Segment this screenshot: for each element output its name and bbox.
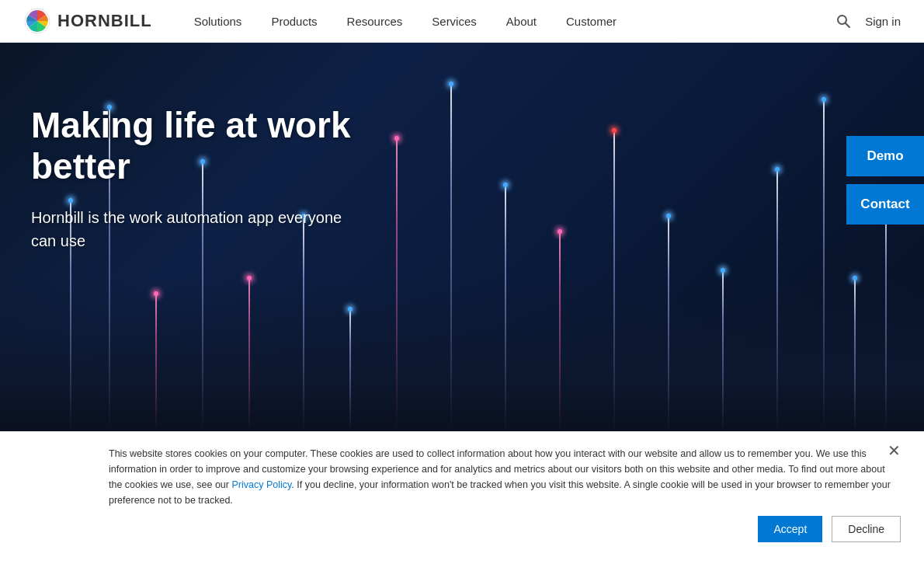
light-line — [613, 128, 615, 431]
cookie-close-button[interactable]: ✕ — [888, 443, 901, 458]
light-dot — [154, 291, 158, 296]
signin-button[interactable]: Sign in — [865, 15, 901, 28]
search-icon[interactable] — [835, 13, 851, 29]
light-dot — [721, 268, 725, 273]
light-line — [823, 97, 825, 431]
light-dot — [853, 276, 857, 280]
demo-button[interactable]: Demo — [846, 136, 924, 176]
hero-subtitle: Hornbill is the work automation app ever… — [31, 206, 357, 252]
nav-item-resources[interactable]: Resources — [336, 9, 414, 34]
cookie-banner: ✕ This website stores cookies on your co… — [0, 431, 924, 585]
city-background — [0, 276, 924, 431]
light-dot — [612, 128, 617, 133]
nav-right: Sign in — [835, 13, 901, 29]
nav-item-services[interactable]: Services — [421, 9, 488, 34]
light-dot — [775, 167, 780, 172]
contact-button[interactable]: Contact — [846, 184, 924, 225]
nav-item-products[interactable]: Products — [260, 9, 328, 34]
logo[interactable]: HORNBILL — [23, 7, 152, 35]
hero-section: Making life at work better Hornbill is t… — [0, 43, 924, 431]
logo-text: HORNBILL — [57, 11, 152, 31]
light-dot — [558, 229, 562, 234]
light-line — [854, 276, 856, 431]
navbar: HORNBILL Solutions Products Resources Se… — [0, 0, 924, 43]
light-line — [155, 291, 157, 431]
cookie-main-text: This website stores cookies on your comp… — [109, 446, 901, 508]
light-dot — [449, 82, 453, 86]
nav-item-about[interactable]: About — [495, 9, 547, 34]
light-line — [450, 82, 452, 431]
nav-item-solutions[interactable]: Solutions — [183, 9, 253, 34]
light-line — [668, 214, 669, 431]
light-line — [349, 307, 351, 431]
light-line — [776, 167, 778, 431]
privacy-policy-link[interactable]: Privacy Policy — [231, 479, 291, 490]
cookie-accept-button[interactable]: Accept — [758, 516, 822, 542]
light-dot — [666, 214, 671, 218]
light-dot — [348, 307, 353, 312]
nav-links: Solutions Products Resources Services Ab… — [183, 9, 835, 34]
light-line — [248, 276, 250, 431]
hero-title: Making life at work better — [31, 105, 419, 187]
light-line — [505, 183, 506, 431]
light-dot — [503, 183, 508, 187]
svg-line-2 — [846, 23, 849, 27]
nav-item-customer[interactable]: Customer — [555, 9, 627, 34]
hero-buttons: Demo Contact — [846, 136, 924, 225]
cookie-actions: Accept Decline — [109, 516, 901, 542]
logo-icon — [23, 7, 51, 35]
light-dot — [822, 97, 826, 102]
light-dot — [247, 276, 252, 280]
hero-content: Making life at work better Hornbill is t… — [31, 105, 419, 252]
light-line — [722, 268, 724, 431]
light-line — [885, 198, 887, 431]
cookie-decline-button[interactable]: Decline — [832, 516, 901, 542]
light-line — [559, 229, 561, 431]
